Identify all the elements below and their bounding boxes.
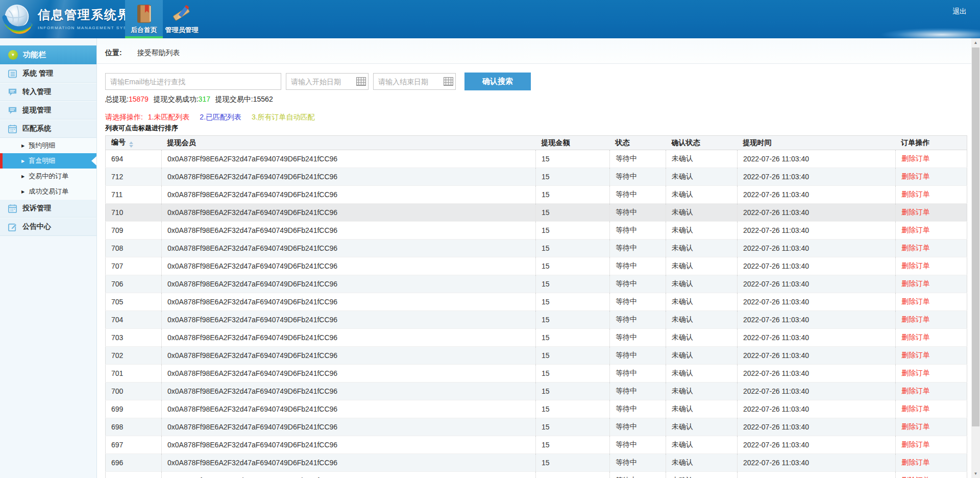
- cell-withdraw-time: 2022-07-26 11:03:40: [738, 383, 896, 400]
- confirm-search-button[interactable]: 确认搜索: [464, 73, 531, 90]
- filter-auto-match-link[interactable]: 3.所有订单自动匹配: [252, 113, 315, 121]
- cell-order-action: 删除订单: [896, 400, 967, 418]
- cell-order-action: 删除订单: [896, 150, 967, 168]
- sidebar-function-header[interactable]: ▼ 功能栏: [0, 45, 96, 64]
- sidebar-item-system-management[interactable]: 系统 管理: [0, 64, 96, 83]
- cell-status: 等待中: [610, 454, 666, 472]
- delete-order-link[interactable]: 删除订单: [901, 208, 930, 216]
- delete-order-link[interactable]: 删除订单: [901, 172, 930, 180]
- delete-order-link[interactable]: 删除订单: [901, 261, 930, 270]
- chat-icon: [8, 87, 17, 97]
- cell-status: 等待中: [610, 436, 666, 454]
- cell-withdraw-member: 0x0A878Ff98E6A2F32d47aF6940749D6Fb241fCC…: [162, 186, 536, 204]
- vertical-scrollbar[interactable]: ▲ ▼: [971, 38, 980, 478]
- cell-order-id: 702: [106, 347, 162, 365]
- scroll-down-button[interactable]: ▼: [971, 469, 980, 478]
- column-header-id[interactable]: 编号: [106, 136, 162, 150]
- submenu-item-label: 预约明细: [29, 141, 55, 150]
- email-search-input[interactable]: [105, 73, 281, 90]
- delete-order-link[interactable]: 删除订单: [901, 351, 930, 359]
- cell-confirm-status: 未确认: [666, 436, 738, 454]
- cell-withdraw-member: 0x0A878Ff98E6A2F32d47aF6940749D6Fb241fCC…: [162, 204, 536, 222]
- delete-order-link[interactable]: 删除订单: [901, 279, 930, 288]
- sidebar-item-withdraw-management[interactable]: 提现管理: [0, 101, 96, 119]
- sidebar-item-transfer-in-management[interactable]: 转入管理: [0, 83, 96, 101]
- column-header-amount[interactable]: 提现金额: [536, 136, 610, 150]
- submenu-item-blindbox-detail[interactable]: ▶ 盲盒明细: [0, 153, 96, 169]
- table-header-row: 编号 提现会员 提现金额 状态 确认状态 提现时间 订单操作: [106, 136, 967, 150]
- delete-order-link[interactable]: 删除订单: [901, 315, 930, 323]
- cell-withdraw-member: 0x0A878Ff98E6A2F32d47aF6940749D6Fb241fCC…: [162, 329, 536, 347]
- cell-withdraw-amount: 15: [536, 168, 610, 186]
- delete-order-link[interactable]: 删除订单: [901, 190, 930, 198]
- breadcrumb-value: 接受帮助列表: [137, 49, 180, 57]
- cell-withdraw-time: 2022-07-26 11:03:40: [738, 418, 896, 436]
- cell-withdraw-amount: 15: [536, 222, 610, 240]
- withdraw-stats: 总提现:15879 提现交易成功:317 提现交易中:15562: [105, 95, 971, 104]
- column-header-order-action[interactable]: 订单操作: [896, 136, 967, 150]
- cell-status: 等待中: [610, 186, 666, 204]
- cell-order-id: 707: [106, 257, 162, 275]
- cell-order-id: 711: [106, 186, 162, 204]
- cell-order-id: 699: [106, 400, 162, 418]
- cell-withdraw-amount: 15: [536, 150, 610, 168]
- calendar-icon[interactable]: [444, 77, 453, 86]
- cell-confirm-status: 未确认: [666, 472, 738, 478]
- cell-withdraw-member: 0x0A878Ff98E6A2F32d47aF6940749D6Fb241fCC…: [162, 365, 536, 383]
- cell-order-id: 694: [106, 150, 162, 168]
- sidebar-item-label: 系统 管理: [22, 69, 53, 78]
- cell-status: 等待中: [610, 222, 666, 240]
- cell-status: 等待中: [610, 418, 666, 436]
- sidebar-item-announcement-center[interactable]: 公告中心: [0, 218, 96, 236]
- column-header-status[interactable]: 状态: [610, 136, 666, 150]
- cell-confirm-status: 未确认: [666, 168, 738, 186]
- cell-withdraw-time: 2022-07-26 11:03:40: [738, 436, 896, 454]
- sidebar-item-complaint-management[interactable]: 投诉管理: [0, 199, 96, 218]
- withdraw-orders-table: 编号 提现会员 提现金额 状态 确认状态 提现时间 订单操作 694 0x0A8…: [105, 135, 967, 478]
- cell-withdraw-amount: 15: [536, 293, 610, 311]
- delete-order-link[interactable]: 删除订单: [901, 440, 930, 448]
- filter-matched-list-link[interactable]: 2.已匹配列表: [200, 113, 241, 121]
- cell-withdraw-time: 2022-07-26 11:03:40: [738, 454, 896, 472]
- delete-order-link[interactable]: 删除订单: [901, 476, 930, 478]
- tab-backend-home[interactable]: 后台首页: [125, 0, 163, 38]
- cell-order-id: 698: [106, 418, 162, 436]
- cell-withdraw-amount: 15: [536, 436, 610, 454]
- cell-withdraw-member: 0x0A878Ff98E6A2F32d47aF6940749D6Fb241fCC…: [162, 311, 536, 329]
- delete-order-link[interactable]: 删除订单: [901, 404, 930, 413]
- delete-order-link[interactable]: 删除订单: [901, 458, 930, 466]
- cell-order-id: 695: [106, 472, 162, 478]
- cell-withdraw-amount: 15: [536, 329, 610, 347]
- cell-withdraw-time: 2022-07-26 11:03:40: [738, 347, 896, 365]
- filter-unmatched-list-link[interactable]: 1.未匹配列表: [148, 113, 190, 121]
- tab-admin-management[interactable]: 管理员管理: [163, 0, 201, 38]
- cell-withdraw-member: 0x0A878Ff98E6A2F32d47aF6940749D6Fb241fCC…: [162, 418, 536, 436]
- delete-order-link[interactable]: 删除订单: [901, 387, 930, 395]
- calendar-icon[interactable]: [356, 77, 366, 86]
- submenu-item-successful-orders[interactable]: ▶ 成功交易订单: [0, 184, 96, 199]
- chat-icon: [8, 106, 17, 115]
- delete-order-link[interactable]: 删除订单: [901, 226, 930, 234]
- column-header-member[interactable]: 提现会员: [162, 136, 536, 150]
- delete-order-link[interactable]: 删除订单: [901, 333, 930, 341]
- scrollbar-thumb[interactable]: [972, 47, 979, 426]
- delete-order-link[interactable]: 删除订单: [901, 369, 930, 377]
- logout-link[interactable]: 退出: [952, 7, 967, 16]
- submenu-item-reservation-detail[interactable]: ▶ 预约明细: [0, 138, 96, 153]
- cell-order-action: 删除订单: [896, 365, 967, 383]
- delete-order-link[interactable]: 删除订单: [901, 422, 930, 431]
- calendar-icon: [8, 204, 17, 213]
- cell-order-id: 701: [106, 365, 162, 383]
- delete-order-link[interactable]: 删除订单: [901, 297, 930, 305]
- column-header-confirm-status[interactable]: 确认状态: [666, 136, 738, 150]
- submenu-item-orders-in-trade[interactable]: ▶ 交易中的订单: [0, 169, 96, 184]
- delete-order-link[interactable]: 删除订单: [901, 244, 930, 252]
- cell-order-id: 712: [106, 168, 162, 186]
- cell-withdraw-member: 0x0A878Ff98E6A2F32d47aF6940749D6Fb241fCC…: [162, 436, 536, 454]
- column-header-withdraw-time[interactable]: 提现时间: [738, 136, 896, 150]
- sidebar: ▼ 功能栏 系统 管理 转入管理 提现管理 匹配系统 ▶ 预约明细 ▶: [0, 38, 97, 478]
- scroll-up-button[interactable]: ▲: [971, 38, 980, 47]
- delete-order-link[interactable]: 删除订单: [901, 154, 930, 162]
- cell-confirm-status: 未确认: [666, 311, 738, 329]
- sidebar-item-matching-system[interactable]: 匹配系统: [0, 119, 96, 138]
